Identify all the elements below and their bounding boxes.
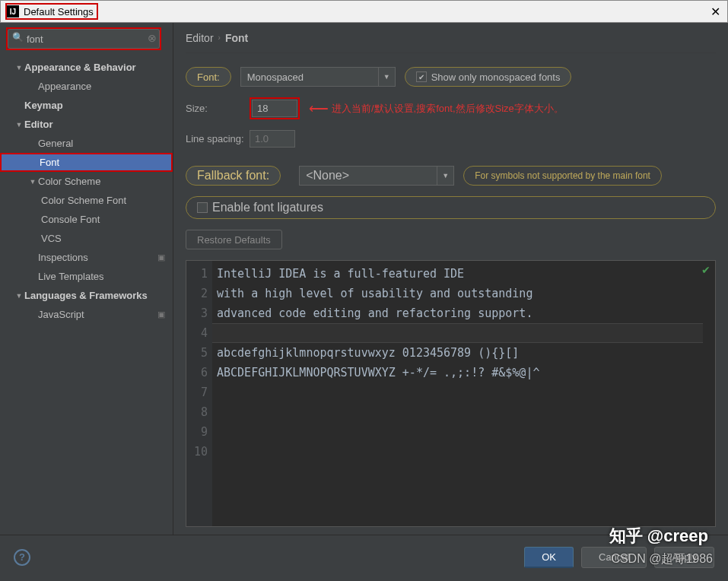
search-icon: 🔍 bbox=[12, 32, 24, 43]
preview-code: IntelliJ IDEA is a full-featured IDE wit… bbox=[212, 261, 715, 462]
tree-vcs[interactable]: VCS bbox=[0, 229, 173, 248]
show-monospaced-checkbox[interactable]: ✔ Show only monospaced fonts bbox=[405, 67, 572, 87]
breadcrumb: Editor › Font bbox=[186, 23, 716, 53]
annotation-text: ⟵进入当前/默认设置,搜索font,然后修改Size字体大小。 bbox=[309, 100, 564, 117]
line-spacing-input[interactable] bbox=[250, 130, 295, 148]
fallback-hint: For symbols not supported by the main fo… bbox=[463, 166, 662, 186]
project-config-icon: ▣ bbox=[157, 252, 165, 262]
tree-inspections[interactable]: Inspections▣ bbox=[0, 248, 173, 267]
font-label: Font: bbox=[186, 67, 231, 87]
close-icon[interactable]: ✕ bbox=[707, 5, 723, 19]
font-preview: 12345678910 IntelliJ IDEA is a full-feat… bbox=[186, 260, 716, 527]
fallback-font-dropdown[interactable]: <None> ▼ bbox=[299, 166, 454, 186]
tree-editor[interactable]: ▼Editor bbox=[0, 115, 173, 134]
check-icon: ✔ bbox=[701, 264, 711, 276]
restore-defaults-button[interactable]: Restore Defaults bbox=[186, 230, 282, 249]
settings-sidebar: 🔍 ⊗ ▼Appearance & Behavior Appearance Ke… bbox=[0, 23, 173, 535]
checkbox-icon bbox=[197, 202, 208, 213]
fallback-font-label: Fallback font: bbox=[186, 166, 281, 186]
tree-appearance-behavior[interactable]: ▼Appearance & Behavior bbox=[0, 58, 173, 77]
breadcrumb-root: Editor bbox=[186, 32, 214, 44]
tree-console-font[interactable]: Console Font bbox=[0, 210, 173, 229]
enable-ligatures-checkbox[interactable]: Enable font ligatures bbox=[186, 196, 716, 219]
check-icon: ✔ bbox=[416, 71, 427, 82]
chevron-down-icon: ▼ bbox=[378, 68, 395, 86]
chevron-right-icon: › bbox=[218, 33, 221, 42]
line-spacing-label: Line spacing: bbox=[186, 133, 250, 144]
tree-keymap[interactable]: Keymap bbox=[0, 96, 173, 115]
tree-general[interactable]: General bbox=[0, 134, 173, 153]
tree-javascript[interactable]: JavaScript▣ bbox=[0, 305, 173, 324]
clear-search-icon[interactable]: ⊗ bbox=[148, 32, 157, 44]
window-title: Default Settings bbox=[24, 6, 94, 17]
breadcrumb-leaf: Font bbox=[225, 32, 248, 44]
tree-color-scheme[interactable]: ▼Color Scheme bbox=[0, 172, 173, 191]
tree-color-scheme-font[interactable]: Color Scheme Font bbox=[0, 191, 173, 210]
window-titlebar: IJ Default Settings ✕ bbox=[0, 0, 728, 23]
settings-tree: ▼Appearance & Behavior Appearance Keymap… bbox=[0, 55, 173, 535]
tree-live-templates[interactable]: Live Templates bbox=[0, 267, 173, 286]
project-config-icon: ▣ bbox=[157, 310, 165, 319]
tree-languages-frameworks[interactable]: ▼Languages & Frameworks bbox=[0, 286, 173, 305]
help-button[interactable]: ? bbox=[14, 549, 30, 566]
dialog-footer: ? OK Cancel Apply bbox=[0, 535, 728, 579]
gutter: 12345678910 bbox=[186, 261, 212, 526]
chevron-down-icon: ▼ bbox=[437, 167, 453, 185]
tree-appearance[interactable]: Appearance bbox=[0, 77, 173, 96]
app-icon: IJ bbox=[7, 5, 19, 17]
ok-button[interactable]: OK bbox=[524, 547, 574, 568]
tree-font[interactable]: Font bbox=[0, 153, 173, 172]
size-label: Size: bbox=[186, 103, 250, 114]
font-dropdown[interactable]: Monospaced ▼ bbox=[240, 67, 396, 87]
size-input[interactable] bbox=[252, 100, 297, 117]
apply-button[interactable]: Apply bbox=[654, 547, 714, 568]
cancel-button[interactable]: Cancel bbox=[581, 547, 647, 568]
search-input[interactable] bbox=[8, 29, 160, 49]
